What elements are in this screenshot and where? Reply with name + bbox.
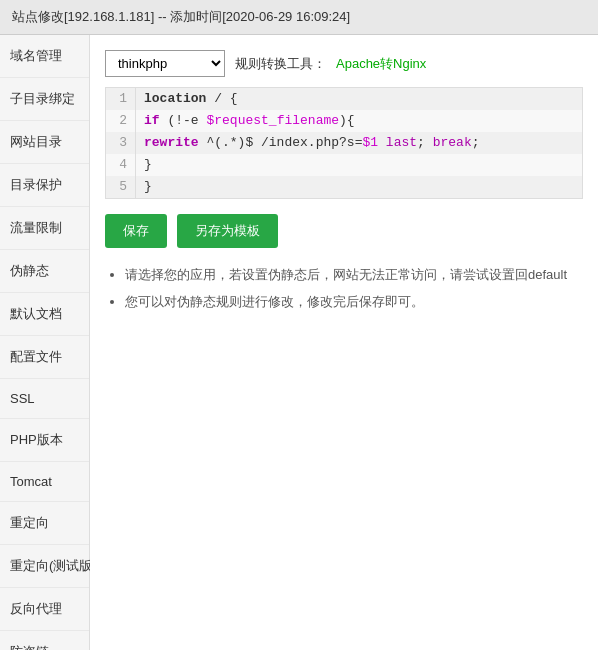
sidebar-item-11[interactable]: 重定向 [0,502,89,545]
sidebar-item-3[interactable]: 目录保护 [0,164,89,207]
note-item-1: 您可以对伪静态规则进行修改，修改完后保存即可。 [125,290,583,313]
sidebar-item-4[interactable]: 流量限制 [0,207,89,250]
line-content: location / { [136,88,238,110]
save-button[interactable]: 保存 [105,214,167,248]
toolbar-row: thinkphplaraveldefaultwordpress 规则转换工具： … [105,50,583,77]
notes-list: 请选择您的应用，若设置伪静态后，网站无法正常访问，请尝试设置回default您可… [105,263,583,314]
sidebar-item-5[interactable]: 伪静态 [0,250,89,293]
line-number: 3 [106,132,136,154]
sidebar-item-8[interactable]: SSL [0,379,89,419]
line-number: 2 [106,110,136,132]
line-number: 5 [106,176,136,198]
line-content: rewrite ^(.*)$ /index.php?s=$1 last; bre… [136,132,480,154]
sidebar-item-9[interactable]: PHP版本 [0,419,89,462]
header: 站点修改[192.168.1.181] -- 添加时间[2020-06-29 1… [0,0,598,35]
notes-section: 请选择您的应用，若设置伪静态后，网站无法正常访问，请尝试设置回default您可… [105,263,583,314]
sidebar-item-6[interactable]: 默认文档 [0,293,89,336]
code-line: 4 } [106,154,582,176]
code-line: 1location / { [106,88,582,110]
line-number: 1 [106,88,136,110]
tool-label: 规则转换工具： [235,55,326,73]
sidebar-item-14[interactable]: 防盗链 [0,631,89,650]
sidebar-item-12[interactable]: 重定向(测试版) [0,545,89,588]
code-line: 5} [106,176,582,198]
code-editor[interactable]: 1location / {2 if (!-e $request_filename… [105,87,583,199]
button-row: 保存 另存为模板 [105,214,583,248]
sidebar-item-10[interactable]: Tomcat [0,462,89,502]
content-area: thinkphplaraveldefaultwordpress 规则转换工具： … [90,35,598,650]
header-title: 站点修改[192.168.1.181] -- 添加时间[2020-06-29 1… [12,9,350,24]
sidebar-item-1[interactable]: 子目录绑定 [0,78,89,121]
line-number: 4 [106,154,136,176]
line-content: } [136,176,152,198]
code-line: 3 rewrite ^(.*)$ /index.php?s=$1 last; b… [106,132,582,154]
save-template-button[interactable]: 另存为模板 [177,214,278,248]
framework-select[interactable]: thinkphplaraveldefaultwordpress [105,50,225,77]
code-line: 2 if (!-e $request_filename){ [106,110,582,132]
line-content: } [136,154,152,176]
sidebar-item-0[interactable]: 域名管理 [0,35,89,78]
sidebar-item-7[interactable]: 配置文件 [0,336,89,379]
note-item-0: 请选择您的应用，若设置伪静态后，网站无法正常访问，请尝试设置回default [125,263,583,286]
line-content: if (!-e $request_filename){ [136,110,355,132]
sidebar-item-13[interactable]: 反向代理 [0,588,89,631]
sidebar-item-2[interactable]: 网站目录 [0,121,89,164]
convert-link[interactable]: Apache转Nginx [336,55,426,73]
sidebar: 域名管理子目录绑定网站目录目录保护流量限制伪静态默认文档配置文件SSLPHP版本… [0,35,90,650]
